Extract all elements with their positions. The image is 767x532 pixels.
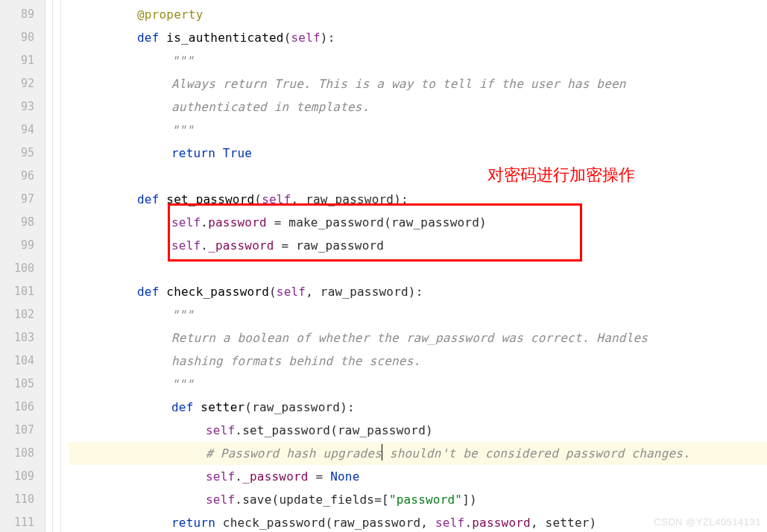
- line-number: 92: [0, 72, 45, 95]
- code-line: [69, 165, 767, 188]
- line-number: 111: [0, 511, 45, 532]
- line-number: 90: [0, 26, 45, 49]
- code-line: authenticated in templates.: [69, 95, 767, 118]
- code-line: """: [69, 373, 767, 396]
- line-number: 107: [0, 419, 45, 442]
- line-number: 101: [0, 280, 45, 303]
- code-line: self.set_password(raw_password): [69, 419, 767, 442]
- code-line: self._password = raw_password: [69, 234, 767, 257]
- line-number: 99: [0, 234, 45, 257]
- code-line: @property: [69, 3, 767, 26]
- code-line: def is_authenticated(self):: [69, 26, 767, 49]
- code-line: def set_password(self, raw_password):: [69, 188, 767, 211]
- code-line: Return a boolean of whether the raw_pass…: [69, 326, 767, 349]
- code-line: """: [69, 49, 767, 72]
- line-number: 105: [0, 373, 45, 396]
- code-line: Always return True. This is a way to tel…: [69, 72, 767, 95]
- code-line: return True: [69, 142, 767, 165]
- code-line: hashing formats behind the scenes.: [69, 349, 767, 373]
- line-number: 89: [0, 3, 45, 26]
- code-line: """: [69, 118, 767, 142]
- line-number: 106: [0, 396, 45, 419]
- line-number: 100: [0, 257, 45, 280]
- line-number: 103: [0, 326, 45, 349]
- line-number: 96: [0, 165, 45, 188]
- watermark: CSDN @YZL40514131: [654, 516, 761, 528]
- code-line-current: # Password hash upgrades shouldn't be co…: [69, 442, 767, 465]
- line-number: 95: [0, 142, 45, 165]
- line-number: 91: [0, 49, 45, 72]
- code-line: """: [69, 303, 767, 326]
- line-number: 94: [0, 118, 45, 142]
- code-line: self._password = None: [69, 465, 767, 488]
- line-number: 110: [0, 488, 45, 511]
- code-line: self.save(update_fields=["password"]): [69, 488, 767, 511]
- line-number: 108: [0, 442, 45, 465]
- line-number: 104: [0, 349, 45, 373]
- line-number: 97: [0, 188, 45, 211]
- line-number: 102: [0, 303, 45, 326]
- code-line: def check_password(self, raw_password):: [69, 280, 767, 303]
- fold-gutter: [45, 0, 61, 532]
- code-area[interactable]: @property def is_authenticated(self): ""…: [61, 0, 767, 532]
- line-number-gutter: 8990919293949596979899100101102103104105…: [0, 0, 45, 532]
- line-number: 98: [0, 211, 45, 234]
- code-editor[interactable]: 8990919293949596979899100101102103104105…: [0, 0, 767, 532]
- code-line: [69, 257, 767, 280]
- code-line: def setter(raw_password):: [69, 396, 767, 419]
- line-number: 109: [0, 465, 45, 488]
- line-number: 93: [0, 95, 45, 118]
- code-line: self.password = make_password(raw_passwo…: [69, 211, 767, 234]
